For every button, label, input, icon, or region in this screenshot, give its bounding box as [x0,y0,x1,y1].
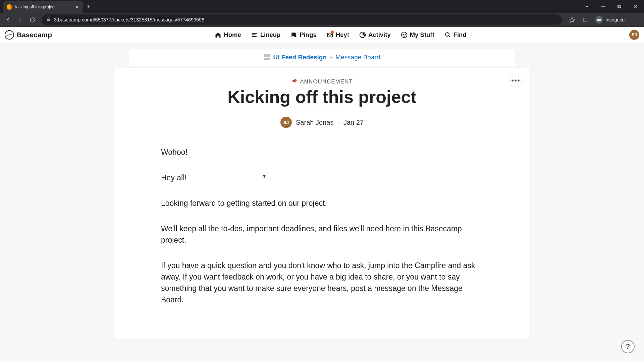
incognito-indicator[interactable]: Incognito [593,15,627,25]
body-paragraph: Hey all! [161,172,483,183]
tabs-dropdown-icon[interactable] [580,1,594,12]
svg-rect-1 [618,5,620,8]
current-user-avatar[interactable]: SJ [629,30,639,40]
message-date: Jan 27 [343,119,364,126]
breadcrumb-project-link[interactable]: UI Feed Redesign [273,54,327,61]
tab-close-button[interactable]: ✕ [75,4,79,10]
app-viewport: Basecamp Home Lineup Pings Hey! A [0,27,644,362]
help-button[interactable]: ? [621,340,635,353]
grid-icon [264,54,270,60]
svg-point-9 [294,35,297,37]
message-title: Kicking off this project [161,87,483,107]
author-initials: SJ [283,120,289,125]
logo[interactable]: Basecamp [5,30,52,40]
nav-label: Home [224,31,241,39]
title-divider [299,112,345,112]
message-card: ••• ANNOUNCEMENT Kicking off this projec… [114,68,530,340]
nav-label: Pings [300,31,316,39]
nav-activity[interactable]: Activity [359,31,391,39]
home-icon [215,32,221,38]
svg-point-15 [445,33,449,36]
svg-rect-10 [327,33,332,37]
svg-rect-8 [252,36,256,37]
nav-home[interactable]: Home [215,31,241,39]
search-icon [444,32,451,38]
message-meta: SJ Sarah Jonas · Jan 27 [161,117,483,128]
incognito-icon [595,16,603,23]
notification-dot-icon [331,31,334,34]
browser-toolbar: 3.basecamp.com/5550377/buckets/31325815/… [0,13,644,27]
lineup-icon [251,32,258,38]
nav-label: Find [453,31,467,39]
browser-menu-button[interactable]: ⋮ [630,15,640,25]
extensions-icon[interactable] [580,15,590,25]
minimize-button[interactable] [596,1,610,12]
svg-marker-4 [570,17,575,22]
avatar-initials: SJ [632,33,637,37]
maximize-button[interactable] [612,1,627,12]
category-badge: ANNOUNCEMENT [161,78,483,85]
svg-point-14 [405,34,406,35]
more-options-button[interactable]: ••• [509,74,523,87]
new-tab-button[interactable]: + [87,3,90,10]
svg-rect-5 [583,18,587,21]
browser-tab[interactable]: Kicking off this project ✕ [3,1,83,13]
author-avatar[interactable]: SJ [280,117,292,128]
author-name: Sarah Jonas [296,119,333,126]
nav-mystuff[interactable]: My Stuff [401,31,434,39]
nav-label: Activity [368,31,391,39]
nav-center: Home Lineup Pings Hey! Activity My S [52,31,629,39]
mystuff-icon [401,32,408,38]
svg-rect-6 [252,33,257,34]
window-controls: ✕ [580,1,644,12]
forward-button[interactable] [15,14,25,25]
reload-button[interactable] [27,14,38,25]
svg-rect-3 [47,19,50,21]
megaphone-icon [291,78,297,85]
browser-chrome: Kicking off this project ✕ + ✕ [0,0,644,27]
svg-point-12 [401,32,407,38]
logo-icon [5,30,14,40]
svg-rect-2 [618,5,621,7]
favicon-icon [7,4,12,10]
help-icon: ? [626,342,630,351]
logo-text: Basecamp [17,31,52,39]
nav-find[interactable]: Find [444,31,467,39]
bookmark-star-icon[interactable] [567,15,577,25]
nav-hey[interactable]: Hey! [327,31,349,39]
svg-line-16 [449,36,450,37]
svg-rect-7 [252,34,255,35]
tab-title: Kicking off this project [15,5,55,9]
toolbar-right: Incognito ⋮ [566,15,641,25]
back-button[interactable] [3,14,13,25]
top-nav: Basecamp Home Lineup Pings Hey! A [0,27,644,43]
url-text: 3.basecamp.com/5550377/buckets/31325815/… [54,17,204,22]
tab-bar: Kicking off this project ✕ + ✕ [0,0,644,13]
meta-separator: · [337,119,339,126]
nav-lineup[interactable]: Lineup [251,31,281,39]
nav-pings[interactable]: Pings [290,31,316,39]
nav-label: Lineup [260,31,281,39]
close-window-button[interactable]: ✕ [628,1,643,12]
pings-icon [290,32,297,38]
nav-label: My Stuff [410,31,434,39]
address-bar[interactable]: 3.basecamp.com/5550377/buckets/31325815/… [42,14,562,25]
activity-icon [359,32,366,38]
message-body: Wohoo! Hey all! Looking forward to getti… [161,146,483,305]
lock-icon [46,17,51,22]
svg-point-13 [403,34,404,35]
breadcrumb: UI Feed Redesign › Message Board [129,49,515,66]
breadcrumb-separator: › [330,54,332,61]
body-paragraph: We'll keep all the to-dos, important dea… [161,223,483,246]
body-paragraph: If you have a quick question and you don… [161,260,483,305]
category-label: ANNOUNCEMENT [300,78,353,85]
nav-label: Hey! [336,31,349,39]
incognito-label: Incognito [605,17,625,22]
body-paragraph: Wohoo! [161,146,483,158]
breadcrumb-section-link[interactable]: Message Board [335,54,380,61]
body-paragraph: Looking forward to getting started on ou… [161,197,483,209]
